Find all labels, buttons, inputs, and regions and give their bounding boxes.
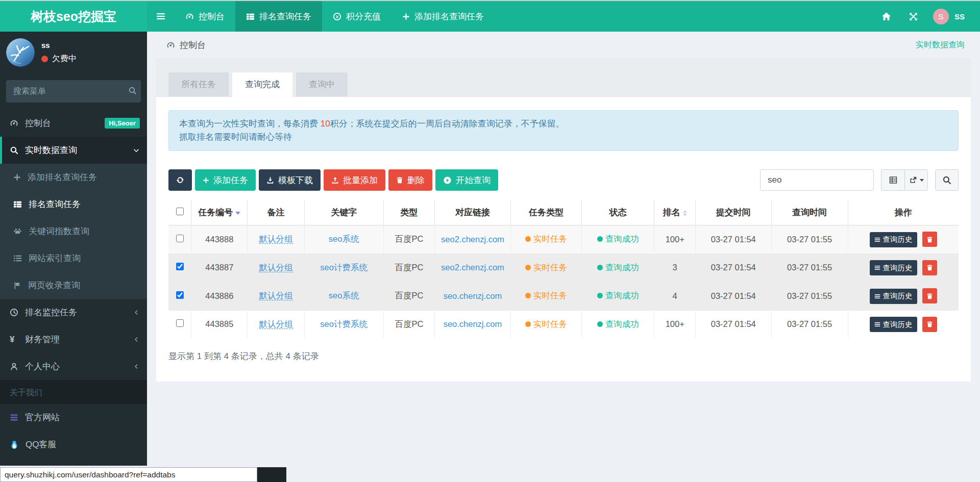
export-button[interactable]: [904, 169, 928, 191]
trash-icon: [926, 321, 933, 327]
refresh-button[interactable]: [168, 169, 192, 191]
history-button[interactable]: 查询历史: [870, 289, 917, 304]
task-type-badge: 实时任务: [533, 319, 567, 328]
sidebar-toggle-button[interactable]: [147, 1, 175, 32]
target-link[interactable]: seo2.chenzj.com: [441, 263, 504, 272]
nav-item-points-recharge[interactable]: ¥ 积分充值: [322, 1, 391, 32]
column-header-task-id[interactable]: 任务编号: [191, 200, 248, 225]
sidebar-item-finance[interactable]: ¥ 财务管理: [0, 326, 147, 353]
menu-search-input[interactable]: [6, 80, 141, 103]
column-header-submit-time[interactable]: 提交时间: [695, 200, 771, 225]
plus-icon: [203, 177, 209, 184]
add-task-label: 添加任务: [213, 174, 248, 186]
delete-row-button[interactable]: [922, 288, 937, 303]
sidebar-item-label: 实时数据查询: [25, 144, 126, 156]
task-type-badge: 实时任务: [533, 234, 567, 243]
sidebar-item-label: 官方网站: [25, 412, 140, 423]
template-download-button[interactable]: 模板下载: [259, 169, 321, 191]
history-button[interactable]: 查询历史: [870, 317, 917, 332]
sidebar-item-qq-support[interactable]: QQ客服: [0, 431, 147, 458]
upload-icon: [331, 176, 339, 184]
column-header-link[interactable]: 对应链接: [435, 200, 511, 225]
nav-item-rank-query-tasks[interactable]: 排名查询任务: [235, 1, 322, 32]
app-logo[interactable]: 树枝seo挖掘宝: [0, 1, 147, 32]
table-search-button[interactable]: [935, 169, 959, 191]
target-link[interactable]: seo.chenzj.com: [444, 319, 502, 328]
select-row-checkbox[interactable]: [176, 235, 184, 242]
tab-query-running[interactable]: 查询中: [296, 72, 348, 96]
start-query-button[interactable]: 开始查询: [435, 169, 498, 191]
nav-item-label: 排名查询任务: [259, 11, 311, 22]
batch-add-button[interactable]: 批量添加: [324, 169, 385, 191]
engine-type-cell: 百度PC: [383, 253, 435, 282]
keyword-link[interactable]: seo系统: [329, 234, 359, 243]
group-link[interactable]: 默认分组: [259, 263, 293, 272]
sidebar-item-site-index-query[interactable]: 网站索引查询: [0, 245, 147, 272]
history-button[interactable]: 查询历史: [870, 232, 917, 247]
home-icon: [881, 12, 891, 21]
sidebar-item-official-site[interactable]: 官方网站: [0, 404, 147, 431]
select-row-checkbox[interactable]: [176, 263, 184, 270]
select-all-checkbox[interactable]: [176, 208, 184, 215]
sidebar-item-add-rank-task[interactable]: 添加排名查询任务: [0, 164, 147, 191]
column-header-rank[interactable]: 排名: [654, 200, 695, 225]
sidebar-item-page-inclusion-query[interactable]: 网页收录查询: [0, 272, 147, 299]
target-link[interactable]: seo.chenzj.com: [444, 291, 502, 300]
alert-text: 积分；系统在提交后的一周后自动清除查询记录，不予保留。: [330, 119, 565, 129]
status-badge: 查询成功: [605, 234, 639, 243]
sidebar-item-realtime-query[interactable]: 实时数据查询: [0, 137, 147, 164]
column-header-status[interactable]: 状态: [582, 200, 654, 225]
user-menu[interactable]: S SS: [927, 1, 980, 32]
fullscreen-button[interactable]: [900, 1, 927, 32]
keyword-link[interactable]: seo计费系统: [320, 263, 368, 272]
column-header-keyword[interactable]: 关键字: [304, 200, 383, 225]
column-header-type[interactable]: 类型: [383, 200, 435, 225]
table-row: 443887 默认分组 seo计费系统 百度PC seo2.chenzj.com…: [168, 253, 959, 282]
column-header-actions[interactable]: 操作: [848, 200, 959, 225]
delete-row-button[interactable]: [922, 232, 937, 247]
home-button[interactable]: [873, 1, 900, 32]
delete-row-button[interactable]: [922, 317, 937, 332]
breadcrumb-section-link[interactable]: 实时数据查询: [916, 40, 965, 50]
columns-toggle-button[interactable]: [881, 169, 904, 191]
user-avatar[interactable]: [6, 38, 35, 67]
delete-row-button[interactable]: [922, 260, 937, 275]
list-icon: [874, 237, 880, 243]
columns-icon: [889, 176, 897, 184]
keyword-link[interactable]: seo计费系统: [320, 319, 368, 328]
sidebar-item-rank-query-tasks[interactable]: 排名查询任务: [0, 191, 147, 218]
group-link[interactable]: 默认分组: [259, 319, 293, 329]
table-search-input[interactable]: [760, 169, 874, 191]
sidebar-item-keyword-index-query[interactable]: 关键词指数查询: [0, 218, 147, 245]
tab-all-tasks[interactable]: 所有任务: [168, 72, 229, 96]
add-task-button[interactable]: 添加任务: [195, 169, 256, 191]
select-all-header[interactable]: [168, 200, 191, 225]
select-row-checkbox[interactable]: [176, 291, 184, 299]
menu-search-icon[interactable]: [128, 86, 137, 97]
group-link[interactable]: 默认分组: [259, 234, 293, 244]
sidebar-search: [6, 80, 141, 103]
sidebar-item-label: 排名查询任务: [29, 198, 140, 210]
column-header-query-time[interactable]: 查询时间: [771, 200, 848, 225]
delete-button[interactable]: 删除: [388, 169, 432, 191]
sidebar-item-dashboard[interactable]: 控制台 Hi,Seoer: [0, 110, 147, 137]
target-link[interactable]: seo2.chenzj.com: [441, 235, 504, 244]
history-button[interactable]: 查询历史: [870, 260, 917, 275]
select-row-checkbox[interactable]: [176, 319, 184, 327]
column-header-task-type[interactable]: 任务类型: [510, 200, 581, 225]
nav-item-dashboard[interactable]: 控制台: [175, 1, 235, 32]
list-icon: [874, 293, 880, 299]
alert-points-cost: 10: [321, 119, 330, 129]
nav-item-add-rank-task[interactable]: 添加排名查询任务: [391, 1, 495, 32]
column-header-remark[interactable]: 备注: [248, 200, 304, 225]
engine-type-cell: 百度PC: [383, 310, 435, 338]
keyword-link[interactable]: seo系统: [329, 291, 359, 300]
sidebar-item-profile[interactable]: 个人中心: [0, 353, 147, 380]
sidebar-item-rank-monitor-tasks[interactable]: 排名监控任务: [0, 299, 147, 326]
rank-cell: 100+: [654, 225, 695, 254]
sidebar-item-label: 控制台: [25, 117, 98, 129]
tab-query-finished[interactable]: 查询完成: [232, 72, 292, 97]
alert-text-line2: 抓取排名需要时间请耐心等待: [179, 131, 948, 144]
group-link[interactable]: 默认分组: [259, 291, 293, 300]
rank-cell: 3: [654, 253, 695, 282]
